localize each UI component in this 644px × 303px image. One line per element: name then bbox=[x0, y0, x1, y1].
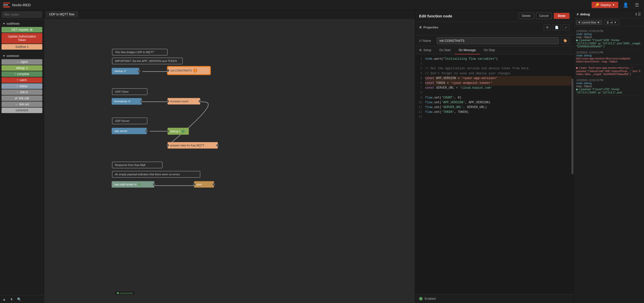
debug-panel: # debug ℹ ☰ ▼ current flow ▼ 🗑 all ▼ bbox=[573, 10, 644, 303]
sidebar-item-complete[interactable]: ! complete bbox=[2, 71, 42, 77]
tab-on-stop[interactable]: On Stop bbox=[480, 46, 499, 54]
prepare-data-port-right bbox=[216, 144, 219, 147]
udp-server-port-right bbox=[145, 130, 148, 132]
kaa-broker-port-right bbox=[153, 183, 155, 186]
doc-icon-btn[interactable]: 📄 bbox=[553, 24, 561, 30]
code-line-8 bbox=[425, 90, 571, 95]
expand-icon-btn[interactable]: ⤢ bbox=[562, 24, 569, 30]
color-picker-btn[interactable]: 🎨 bbox=[561, 38, 569, 44]
topbar: Node-RED 🔑 Deploy ▼ 👤 ☰ bbox=[0, 0, 644, 10]
complete-icon: ! bbox=[15, 72, 15, 76]
cancel-button[interactable]: Cancel bbox=[536, 13, 552, 19]
code-line-11: flow.set('SERVER_URL', SERVER_URL) bbox=[425, 105, 571, 110]
sidebar-item-status[interactable]: ~ status bbox=[2, 83, 42, 89]
increase-count-node[interactable]: increase count bbox=[167, 98, 200, 105]
prepare-data-node[interactable]: prepare data for Kaa MQTT bbox=[167, 142, 218, 149]
sidebar-item-get-request[interactable]: GET request ⊞ bbox=[2, 27, 42, 32]
tab-setup[interactable]: ⚙ Setup bbox=[415, 46, 435, 54]
enabled-row: Enabled bbox=[415, 294, 573, 303]
deploy-key-icon: 🔑 bbox=[595, 3, 599, 7]
name-input[interactable] bbox=[437, 37, 559, 44]
edit-panel: Edit function node Delete Cancel Done ⚙ … bbox=[415, 10, 573, 303]
gear-icon-small: ⚙ bbox=[419, 48, 422, 52]
debug-menu-btn[interactable]: ☰ bbox=[638, 12, 641, 16]
trash-icon: 🗑 bbox=[606, 21, 609, 24]
sidebar-item-link-out[interactable]: → link out bbox=[2, 102, 42, 107]
timestamp-port-right bbox=[140, 100, 143, 103]
filter-nodes-input[interactable] bbox=[2, 12, 42, 18]
comment-node-2[interactable]: IMPORTANT: Set the APP_VERSION and TOKEN bbox=[112, 58, 183, 64]
sidebar-item-inject[interactable]: → inject bbox=[2, 59, 42, 65]
edit-tabs: ⚙ Setup On Start On Message On Stop bbox=[415, 46, 573, 55]
tab-on-start[interactable]: On Start bbox=[435, 46, 455, 54]
timestamp-node[interactable]: timestamp ↺ bbox=[112, 98, 142, 105]
sidebar-item-catch[interactable]: ! catch bbox=[2, 77, 42, 83]
debug-filter-bar: ▼ current flow ▼ 🗑 all ▼ bbox=[574, 18, 644, 27]
name-label: 🏷 Name bbox=[419, 39, 434, 43]
kaa-broker-node[interactable]: kaa mqtt broker in bbox=[112, 181, 154, 188]
scrollbar-handle[interactable] bbox=[571, 79, 573, 174]
common-section: ▼ common → inject debug ≡ ! complete ! bbox=[0, 52, 44, 115]
edit-panel-actions: Delete Cancel Done bbox=[519, 13, 569, 19]
sidebar-item-update-auth[interactable]: Update Authorization Token bbox=[2, 33, 42, 44]
sidebar-item-link-call[interactable]: ⇄ link call bbox=[2, 95, 42, 101]
debug-messages: 12/3/2024, 12:54:10 PM node: debug msg :… bbox=[574, 27, 644, 303]
debug-value-4[interactable]: ▶ { payload: "{"count":170}", fromip: "1… bbox=[576, 88, 641, 94]
app-title: Node-RED bbox=[12, 3, 31, 7]
menu-icon[interactable]: ☰ bbox=[633, 1, 641, 9]
sidebar-item-comment[interactable]: comment bbox=[2, 108, 42, 113]
user-icon[interactable]: 👤 bbox=[621, 1, 630, 9]
settings-icon-btn[interactable]: ⚙ bbox=[544, 24, 551, 30]
current-flow-filter[interactable]: ▼ current flow ▼ bbox=[576, 20, 602, 25]
all-button[interactable]: 🗑 all ▼ bbox=[604, 20, 619, 25]
warn-icon: ! bbox=[193, 69, 197, 73]
empty-payload-comment[interactable]: An empty payload indicates that there we… bbox=[112, 171, 200, 178]
code-editor-scrollbar bbox=[571, 55, 573, 294]
sidebar-item-subflow1[interactable]: Subflow 1 bbox=[2, 44, 42, 50]
comment-node-1[interactable]: This flow bridges UDP to MQTT bbox=[112, 49, 167, 55]
inject-icon: → bbox=[16, 60, 19, 64]
debug-port-left bbox=[166, 130, 169, 132]
deploy-button[interactable]: 🔑 Deploy ▼ bbox=[592, 2, 618, 8]
sidebar-bottom: ▲ ▼ 🔍 bbox=[0, 295, 44, 303]
startup-node[interactable]: startup ↺ bbox=[112, 68, 139, 75]
link-out-icon: → bbox=[15, 103, 18, 106]
json-port-left bbox=[193, 183, 195, 186]
json-node[interactable]: json bbox=[194, 181, 214, 188]
delete-button[interactable]: Delete bbox=[519, 13, 534, 19]
gear-icon: ⚙ bbox=[419, 26, 422, 29]
response-comment[interactable]: Response from Kaa Mqtt bbox=[112, 162, 162, 168]
debug-value-1[interactable]: ▶ { payload: "{"count":169}", fromip: "1… bbox=[576, 39, 641, 48]
scroll-up-button[interactable]: ▲ bbox=[1, 297, 7, 302]
debug-value-2[interactable]: kp1/<your-app-version>/dcx/<your-endpoin… bbox=[576, 57, 641, 63]
tab-on-message[interactable]: On Message bbox=[455, 46, 480, 54]
subflows-section-title[interactable]: ▼ subflows bbox=[0, 21, 44, 26]
debug-message-2: 12/3/2024, 12:54:12 PM node: debug kp1/<… bbox=[575, 50, 642, 65]
debug-type-1: msg : Object bbox=[576, 36, 641, 39]
code-line-4: // Don't forget to save and deploy your … bbox=[425, 71, 571, 76]
canvas-tab-udp-mqtt[interactable]: UDP to MQTT flow bbox=[46, 11, 78, 18]
name-row: 🏷 Name 🎨 bbox=[415, 35, 573, 46]
udp-client-comment[interactable]: UDP Client bbox=[112, 88, 147, 95]
search-button[interactable]: 🔍 bbox=[16, 297, 23, 302]
debug-info-btn[interactable]: ℹ bbox=[635, 12, 637, 16]
debug-node-2: node: debug bbox=[576, 54, 641, 57]
enabled-label: Enabled bbox=[425, 297, 436, 300]
code-editor[interactable]: 1 2 3 4 5 6 7 8 9 10 11 12 13 node.warn(… bbox=[415, 55, 573, 294]
debug-time-4: 12/3/2024, 12:54:15 PM bbox=[576, 79, 641, 82]
sidebar-item-link-in[interactable]: → link in bbox=[2, 89, 42, 95]
udp-server-comment[interactable]: UDP Server bbox=[112, 118, 147, 124]
canvas[interactable]: This flow bridges UDP to MQTT IMPORTANT:… bbox=[44, 19, 415, 303]
sidebar-item-debug[interactable]: debug ≡ bbox=[2, 65, 42, 71]
common-section-title[interactable]: ▼ common bbox=[0, 53, 44, 59]
scroll-down-button[interactable]: ▼ bbox=[8, 297, 15, 302]
done-button[interactable]: Done bbox=[554, 13, 569, 19]
debug-type-4: msg : Object bbox=[576, 85, 641, 88]
debug-value-3[interactable]: ▶ { topic: "kp1/<your-app-version>/dcx/<… bbox=[576, 66, 641, 76]
udp-server-node[interactable]: udp server bbox=[112, 128, 147, 134]
chevron-down-icon: ▼ bbox=[3, 54, 6, 58]
debug-node[interactable]: debug ≡ bbox=[167, 128, 189, 135]
code-line-1: node.warn("Initializing flow variables") bbox=[425, 57, 571, 61]
enabled-indicator bbox=[419, 297, 423, 300]
init-constants-node[interactable]: init CONSTANTS ! bbox=[167, 66, 210, 75]
